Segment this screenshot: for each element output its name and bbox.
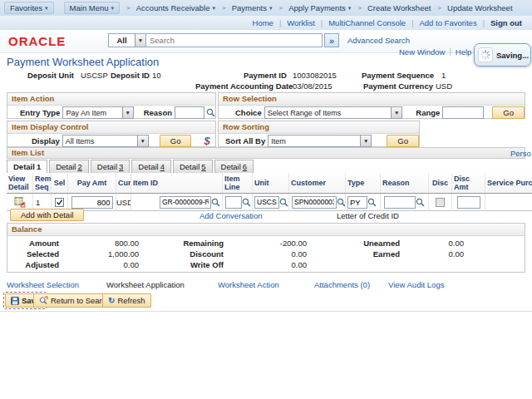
main-menu[interactable]: Main Menu ▾ [64, 2, 121, 14]
currency-conversion-icon[interactable]: $ [204, 135, 209, 147]
range-input[interactable] [442, 106, 484, 119]
breadcrumb-payments[interactable]: Payments ▾ [232, 3, 273, 12]
search-scope-select[interactable]: All ▼ [108, 33, 146, 47]
item-id-input[interactable] [160, 196, 211, 209]
bottom-divider [0, 311, 532, 312]
item-list-header: Item List [7, 147, 525, 159]
row-selection-go-button[interactable]: Go [492, 106, 525, 119]
view-detail-icon[interactable] [14, 197, 26, 208]
entry-type-select[interactable]: Pay An Item ▼ [62, 106, 133, 119]
breadcrumb-create-worksheet[interactable]: Create Worksheet [367, 3, 431, 12]
disc-amt-input[interactable] [457, 196, 480, 209]
worksheet-action-link[interactable]: Worksheet Action [218, 280, 279, 289]
display-go-button[interactable]: Go [160, 135, 192, 147]
search-input[interactable] [146, 33, 323, 47]
type-input[interactable] [347, 196, 367, 209]
entry-type-label: Entry Type [20, 108, 60, 117]
customer-input[interactable] [292, 196, 337, 209]
letter-of-credit-label: Letter of Credit ID [337, 211, 399, 220]
worklist-link[interactable]: Worklist [287, 18, 315, 27]
breadcrumb-update-worksheet[interactable]: Update Worksheet [447, 3, 513, 12]
payment-currency-value: USD [436, 81, 452, 91]
sort-all-by-select[interactable]: Item ▼ [268, 135, 372, 147]
add-to-favorites-link[interactable]: Add to Favorites [419, 18, 476, 27]
tab-detail-6[interactable]: Detail 6 [214, 160, 254, 174]
col-item-id: Item ID [131, 173, 223, 193]
lookup-icon[interactable] [367, 198, 377, 207]
help-link[interactable]: Help [456, 47, 472, 57]
refresh-button[interactable]: ↻ Refresh [102, 293, 151, 308]
breadcrumb-label: Accounts Receivable [136, 3, 210, 12]
favorites-menu[interactable]: Favorites ▾ [4, 2, 54, 14]
balance-earned-label: Earned [333, 249, 400, 259]
refresh-icon: ↻ [108, 297, 115, 305]
balance-write-off-label: Write Off [157, 260, 224, 269]
payment-currency-label: Payment Currency [363, 81, 433, 91]
lookup-icon[interactable] [337, 198, 346, 207]
row-sorting-box: Row Sorting Sort All By Item ▼ Go [218, 121, 420, 147]
add-conversation-link[interactable]: Add Conversation [200, 211, 263, 220]
main-menu-label: Main Menu [70, 3, 109, 12]
view-audit-logs-link[interactable]: View Audit Logs [388, 280, 444, 289]
attachments-link[interactable]: Attachments (0) [314, 280, 370, 289]
display-select[interactable]: All Items ▼ [62, 135, 149, 147]
tab-label: Detail [97, 162, 117, 171]
lookup-icon[interactable] [416, 198, 425, 207]
separator: | [483, 19, 485, 27]
balance-adjusted-label: Adjusted [9, 260, 59, 269]
choice-label: Choice [235, 108, 262, 117]
sign-out-link[interactable]: Sign out [490, 18, 522, 27]
reason-label: Reason [144, 108, 172, 117]
deposit-unit-value: USCSP [81, 71, 108, 80]
breadcrumb-apply-payments[interactable]: Apply Payments ▾ [288, 3, 351, 12]
balance-unearned-value: 0.00 [414, 239, 464, 248]
item-list-grid: View Detail Remit Seq Sel Pay Amt Cur It… [7, 173, 532, 211]
search-submit-button[interactable]: » [324, 33, 339, 47]
tab-detail-3[interactable]: Detail 3 [91, 160, 131, 174]
search-scope-value: All [109, 36, 135, 45]
balance-discount-label: Discount [157, 249, 224, 259]
breadcrumb-accounts-receivable[interactable]: Accounts Receivable ▾ [136, 3, 215, 12]
tab-detail-1[interactable]: Detail 1 [7, 160, 47, 174]
display-value: All Items [63, 137, 137, 145]
lookup-icon[interactable] [242, 198, 251, 207]
balance-amount-label: Amount [9, 239, 59, 248]
lookup-icon[interactable] [206, 108, 215, 117]
new-window-link[interactable]: New Window [399, 47, 445, 57]
chevron-down-icon: ▾ [213, 5, 216, 12]
col-pay-amt: Pay Amt [68, 173, 116, 193]
payment-worksheet-screen: Favorites ▾ Main Menu ▾ > Accounts Recei… [0, 0, 532, 399]
table-row: 1 USD [7, 194, 532, 211]
sel-checkbox[interactable] [55, 198, 64, 207]
save-disk-icon [11, 297, 19, 305]
tab-num: 6 [243, 162, 247, 171]
balance-box: Balance Amount 800.00 Remaining -200.00 … [7, 223, 525, 273]
multichannel-console-link[interactable]: MultiChannel Console [328, 18, 406, 27]
advanced-search-link[interactable]: Advanced Search [347, 36, 410, 45]
unit-input[interactable] [254, 196, 279, 209]
home-link[interactable]: Home [253, 18, 273, 27]
pay-amt-input[interactable] [71, 196, 113, 209]
add-with-detail-button[interactable]: Add with Detail [10, 209, 84, 221]
saving-label: Saving... [496, 51, 529, 60]
item-display-control-title: Item Display Control [7, 121, 215, 134]
reason-input[interactable] [175, 106, 204, 119]
tab-detail-4[interactable]: Detail 4 [131, 160, 171, 174]
personalize-grid-link[interactable]: Perso [510, 149, 531, 158]
balance-amount-value: 800.00 [89, 239, 139, 248]
lookup-icon[interactable] [211, 198, 220, 207]
breadcrumb-label: Create Worksheet [367, 3, 431, 12]
row-sorting-go-button[interactable]: Go [387, 135, 419, 147]
sort-all-by-value: Item [268, 137, 360, 145]
balance-selected-label: Selected [9, 249, 59, 259]
reason-row-input[interactable] [384, 196, 416, 209]
worksheet-selection-link[interactable]: Worksheet Selection [7, 280, 79, 289]
item-line-input[interactable] [225, 196, 242, 209]
deposit-id-value: 10 [152, 71, 161, 80]
lookup-icon[interactable] [279, 198, 288, 207]
payment-id-value: 1003082015 [293, 71, 337, 80]
tab-detail-5[interactable]: Detail 5 [173, 160, 213, 174]
tab-detail-2[interactable]: Detail 2 [49, 160, 89, 174]
deposit-unit-label: Deposit Unit [27, 71, 74, 80]
choice-select[interactable]: Select Range of Items ▼ [264, 106, 403, 119]
